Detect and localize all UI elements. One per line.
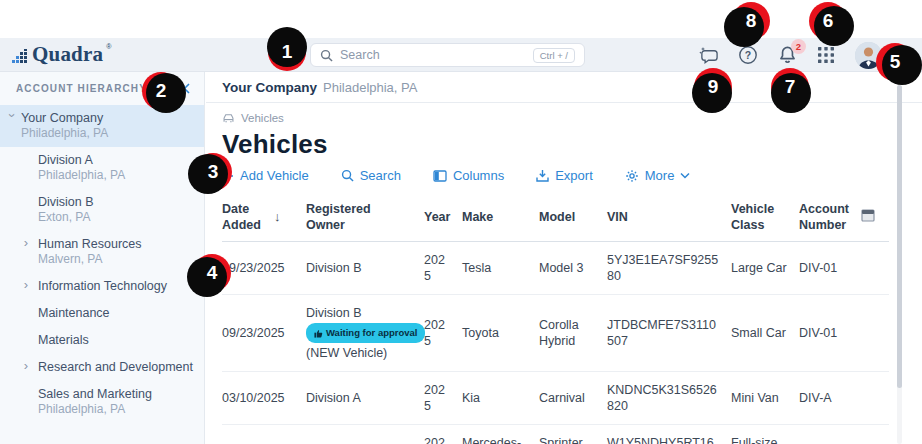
notifications-button[interactable]: 2 (777, 45, 797, 65)
cell-model: Sprinter 3500 (539, 425, 607, 444)
callout-9: 9 (694, 68, 732, 106)
trademark: ® (106, 42, 111, 52)
table-row[interactable]: 03/10/2025 Division A 2025 Kia Carnival … (222, 372, 889, 425)
tree-item-location: Malvern, PA (38, 252, 196, 267)
thumbs-up-icon (314, 329, 323, 338)
table-row[interactable]: 09/23/2025 Division B Waiting for approv… (222, 295, 889, 372)
columns-icon (433, 170, 447, 182)
col-account-number[interactable]: Account Number (799, 193, 861, 242)
cell-registered-owner: Division A (306, 372, 424, 425)
cell-year: 2024 (424, 425, 462, 444)
tree-item-label: Information Technology (38, 278, 196, 294)
chevron-expander-icon[interactable]: › (20, 235, 32, 250)
quadra-logo[interactable]: Quadra ® (12, 42, 111, 67)
cell-vehicle-class: Full-size Van (731, 425, 799, 444)
scrollbar-thumb[interactable] (897, 85, 902, 388)
tree-item[interactable]: Materials (0, 327, 204, 354)
table-row[interactable]: 09/23/2025 Division B 2025 Tesla Model 3… (222, 242, 889, 295)
svg-text:?: ? (745, 49, 751, 61)
bar-chart-logo-icon (12, 49, 29, 64)
cell-model: Model 3 (539, 242, 607, 295)
cell-account-number: DIV-A (799, 425, 861, 444)
add-vehicle-button[interactable]: Add Vehicle (222, 168, 309, 183)
tree-item[interactable]: Sales and Marketing Philadelphia, PA (0, 381, 204, 423)
cell-date-added: 03/10/2025 (222, 425, 306, 444)
callout-1: 1 (268, 33, 306, 71)
cell-vehicle-class: Large Car (731, 242, 799, 295)
cell-vin: 5YJ3E1EA7SF925580 (607, 242, 731, 295)
col-registered-owner[interactable]: Registered Owner (306, 193, 424, 242)
cell-vin: KNDNC5K31S6526820 (607, 372, 731, 425)
account-context-bar: Your Company Philadelphia, PA (206, 72, 922, 103)
chevron-expander-icon[interactable]: › (20, 358, 32, 373)
more-button[interactable]: More (625, 168, 691, 183)
apps-grid-icon (817, 46, 835, 64)
col-year[interactable]: Year (424, 193, 462, 242)
chevron-expander-icon[interactable]: › (20, 277, 32, 292)
tree-item-label: Maintenance (38, 305, 196, 321)
help-icon: ? (738, 45, 758, 65)
breadcrumb[interactable]: Vehicles (222, 112, 906, 124)
car-icon (222, 112, 235, 124)
notification-count-badge: 2 (791, 39, 806, 54)
tree-item-label: Division A (38, 152, 196, 168)
top-bar: Quadra ® Ctrl + / ? 2 (0, 38, 922, 72)
cell-model: Carnival (539, 372, 607, 425)
waiting-for-approval-badge: Waiting for approval (306, 323, 425, 343)
account-tree: › Your Company Philadelphia, PA Division… (0, 105, 204, 423)
table-row[interactable]: 03/10/2025 Division A 2024 Mercedes-Benz… (222, 425, 889, 444)
tree-item[interactable]: › Research and Development (0, 354, 204, 381)
tree-item[interactable]: Division B Exton, PA (0, 189, 204, 231)
chat-sparkle-icon (699, 46, 719, 65)
col-make[interactable]: Make (462, 193, 539, 242)
col-date-added[interactable]: Date Added ↓ (222, 193, 306, 242)
tree-item-location: Exton, PA (38, 210, 196, 225)
tree-item[interactable]: › Information Technology (0, 273, 204, 300)
search-shortcut-chip: Ctrl + / (533, 48, 575, 63)
cell-date-added: 09/23/2025 (222, 295, 306, 372)
export-button[interactable]: Export (536, 168, 593, 183)
cell-date-added: 09/23/2025 (222, 242, 306, 295)
cell-registered-owner: Division A (306, 425, 424, 444)
search-input[interactable] (340, 48, 526, 62)
callout-6: 6 (809, 2, 847, 40)
page-title: Vehicles (222, 129, 906, 160)
help-button[interactable]: ? (738, 45, 758, 65)
download-icon (536, 169, 549, 182)
chevron-down-icon (680, 172, 690, 179)
cell-account-number: DIV-A (799, 372, 861, 425)
cell-date-added: 03/10/2025 (222, 372, 306, 425)
cell-actions (861, 295, 889, 372)
search-icon (320, 49, 333, 62)
cell-make: Tesla (462, 242, 539, 295)
col-vehicle-class[interactable]: Vehicle Class (731, 193, 799, 242)
tree-item[interactable]: › Human Resources Malvern, PA (0, 231, 204, 273)
col-settings[interactable] (861, 193, 889, 242)
tree-item-label: Research and Development (38, 359, 196, 375)
cell-actions (861, 372, 889, 425)
vehicles-table: Date Added ↓ Registered Owner Year Make … (222, 193, 889, 444)
tree-item-label: Sales and Marketing (38, 386, 196, 402)
assistant-chat-button[interactable] (699, 45, 719, 65)
table-settings-icon (861, 209, 875, 222)
breadcrumb-label: Vehicles (241, 112, 284, 124)
col-model[interactable]: Model (539, 193, 607, 242)
tree-item[interactable]: Division A Philadelphia, PA (0, 147, 204, 189)
global-search[interactable]: Ctrl + / (310, 43, 585, 67)
col-vin[interactable]: VIN (607, 193, 731, 242)
account-hierarchy-panel: ACCOUNT HIERARCHY › Your Company Philade… (0, 72, 205, 444)
app-launcher-button[interactable] (816, 45, 836, 65)
tree-item[interactable]: Maintenance (0, 300, 204, 327)
callout-7: 7 (771, 68, 809, 106)
cell-model: Corolla Hybrid (539, 295, 607, 372)
sort-descending-icon[interactable]: ↓ (274, 209, 281, 225)
chevron-expander-icon[interactable]: › (5, 110, 20, 122)
table-search-button[interactable]: Search (341, 168, 401, 183)
columns-button[interactable]: Columns (433, 168, 504, 183)
cell-vehicle-class: Small Car (731, 295, 799, 372)
callout-4: 4 (193, 254, 231, 292)
cell-registered-owner: Division B Waiting for approval (NEW Veh… (306, 295, 424, 372)
callout-5: 5 (876, 43, 914, 81)
cell-year: 2025 (424, 372, 462, 425)
cell-vin: JTDBCMFE7S3110507 (607, 295, 731, 372)
